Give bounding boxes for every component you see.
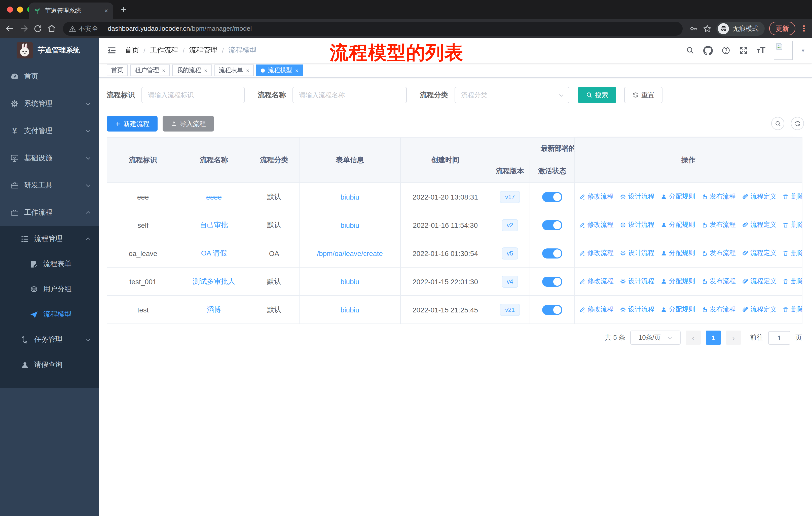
- publish-process-link[interactable]: 发布流程: [701, 192, 736, 201]
- assign-rule-link[interactable]: 分配规则: [661, 220, 695, 229]
- home-icon[interactable]: [47, 24, 56, 33]
- process-definition-link[interactable]: 流程定义: [742, 192, 777, 201]
- search-button[interactable]: 搜索: [578, 87, 616, 103]
- minimize-window-button[interactable]: [17, 6, 23, 12]
- sidebar-item-process-form[interactable]: 流程表单: [0, 251, 99, 277]
- tag-process-form[interactable]: 流程表单 ×: [214, 64, 254, 76]
- sidebar-item-home[interactable]: 首页: [0, 63, 99, 90]
- reload-icon[interactable]: [33, 24, 42, 33]
- design-process-link[interactable]: 设计流程: [620, 249, 655, 258]
- goto-page-input[interactable]: [768, 331, 790, 345]
- back-icon[interactable]: [5, 24, 14, 33]
- tag-tenant[interactable]: 租户管理 ×: [130, 64, 170, 76]
- fullscreen-icon[interactable]: [739, 46, 748, 55]
- next-page-button[interactable]: ›: [726, 331, 741, 345]
- active-toggle[interactable]: [542, 305, 562, 315]
- form-link[interactable]: /bpm/oa/leave/create: [317, 249, 383, 257]
- breadcrumb-item[interactable]: 工作流程: [150, 46, 178, 55]
- publish-process-link[interactable]: 发布流程: [701, 249, 736, 258]
- delete-link[interactable]: 删除: [783, 220, 802, 229]
- toggle-search-icon[interactable]: [771, 117, 784, 130]
- edit-process-link[interactable]: 修改流程: [579, 220, 614, 229]
- assign-rule-link[interactable]: 分配规则: [661, 305, 695, 314]
- sidebar-item-devtools[interactable]: 研发工具: [0, 172, 99, 199]
- page-size-select[interactable]: 10条/页: [630, 331, 680, 345]
- close-icon[interactable]: ×: [295, 67, 298, 73]
- bookmark-star-icon[interactable]: [703, 24, 712, 33]
- security-indicator[interactable]: 不安全: [69, 24, 98, 33]
- active-toggle[interactable]: [542, 248, 562, 258]
- edit-process-link[interactable]: 修改流程: [579, 192, 614, 201]
- search-icon[interactable]: [686, 46, 695, 55]
- model-name-link[interactable]: 自己审批: [200, 220, 228, 228]
- edit-process-link[interactable]: 修改流程: [579, 305, 614, 314]
- browser-menu-icon[interactable]: ⋮: [800, 24, 807, 33]
- breadcrumb-item[interactable]: 流程管理: [189, 46, 218, 55]
- active-toggle[interactable]: [542, 276, 562, 287]
- delete-link[interactable]: 删除: [783, 305, 802, 314]
- tab-close-icon[interactable]: ×: [105, 7, 108, 15]
- delete-link[interactable]: 删除: [783, 249, 802, 258]
- new-tab-button[interactable]: +: [121, 4, 126, 15]
- avatar[interactable]: [774, 41, 793, 60]
- sidebar-item-process-model[interactable]: 流程模型: [0, 302, 99, 327]
- sidebar-item-leave-query[interactable]: 请假查询: [0, 352, 99, 377]
- edit-process-link[interactable]: 修改流程: [579, 277, 614, 286]
- delete-link[interactable]: 删除: [783, 192, 802, 201]
- delete-link[interactable]: 删除: [783, 277, 802, 286]
- sidebar-item-infrastructure[interactable]: 基础设施: [0, 145, 99, 172]
- process-definition-link[interactable]: 流程定义: [742, 249, 777, 258]
- filter-name-input[interactable]: [292, 87, 407, 103]
- reset-button[interactable]: 重置: [624, 87, 663, 103]
- design-process-link[interactable]: 设计流程: [620, 305, 655, 314]
- edit-process-link[interactable]: 修改流程: [579, 249, 614, 258]
- publish-process-link[interactable]: 发布流程: [701, 220, 736, 229]
- tag-home[interactable]: 首页: [107, 64, 128, 76]
- create-process-button[interactable]: 新建流程: [107, 116, 157, 132]
- chevron-down-icon[interactable]: ▾: [802, 47, 805, 54]
- model-name-link[interactable]: 滔博: [207, 305, 221, 313]
- close-icon[interactable]: ×: [204, 67, 207, 73]
- browser-update-button[interactable]: 更新: [769, 22, 795, 35]
- forward-icon[interactable]: [19, 24, 29, 33]
- design-process-link[interactable]: 设计流程: [620, 220, 655, 229]
- sidebar-logo[interactable]: 芋道管理系统: [0, 38, 99, 63]
- active-toggle[interactable]: [542, 220, 562, 230]
- assign-rule-link[interactable]: 分配规则: [661, 277, 695, 286]
- form-link[interactable]: biubiu: [341, 221, 359, 229]
- design-process-link[interactable]: 设计流程: [620, 192, 655, 201]
- close-icon[interactable]: ×: [246, 67, 250, 73]
- tag-process-model[interactable]: 流程模型 ×: [257, 64, 303, 76]
- publish-process-link[interactable]: 发布流程: [701, 305, 736, 314]
- sidebar-item-system[interactable]: 系统管理: [0, 90, 99, 117]
- process-definition-link[interactable]: 流程定义: [742, 277, 777, 286]
- assign-rule-link[interactable]: 分配规则: [661, 249, 695, 258]
- tag-my-process[interactable]: 我的流程 ×: [172, 64, 212, 76]
- collapse-sidebar-icon[interactable]: [107, 45, 117, 55]
- sidebar-item-workflow[interactable]: 工作流程: [0, 199, 99, 226]
- github-icon[interactable]: [703, 46, 713, 55]
- filter-category-select[interactable]: [455, 87, 569, 103]
- active-toggle[interactable]: [542, 192, 562, 202]
- font-size-icon[interactable]: TT: [757, 45, 765, 55]
- form-link[interactable]: biubiu: [341, 193, 359, 201]
- page-number-button[interactable]: 1: [706, 331, 721, 345]
- address-bar[interactable]: 不安全 dashboard.yudao.iocoder.cn/bpm/manag…: [63, 21, 683, 35]
- refresh-icon[interactable]: [791, 117, 804, 130]
- browser-tab[interactable]: 芋道管理系统 ×: [29, 2, 113, 19]
- sidebar-item-process-management[interactable]: 流程管理: [0, 226, 99, 251]
- close-icon[interactable]: ×: [162, 67, 165, 73]
- assign-rule-link[interactable]: 分配规则: [661, 192, 695, 201]
- model-name-link[interactable]: OA 请假: [201, 249, 227, 257]
- form-link[interactable]: biubiu: [341, 306, 359, 314]
- publish-process-link[interactable]: 发布流程: [701, 277, 736, 286]
- password-key-icon[interactable]: [689, 24, 698, 33]
- design-process-link[interactable]: 设计流程: [620, 277, 655, 286]
- sidebar-item-task-management[interactable]: 任务管理: [0, 327, 99, 352]
- model-name-link[interactable]: eeee: [206, 193, 222, 201]
- form-link[interactable]: biubiu: [341, 277, 359, 286]
- close-window-button[interactable]: [7, 6, 13, 12]
- model-name-link[interactable]: 测试多审批人: [193, 277, 235, 285]
- help-icon[interactable]: [722, 46, 731, 55]
- process-definition-link[interactable]: 流程定义: [742, 305, 777, 314]
